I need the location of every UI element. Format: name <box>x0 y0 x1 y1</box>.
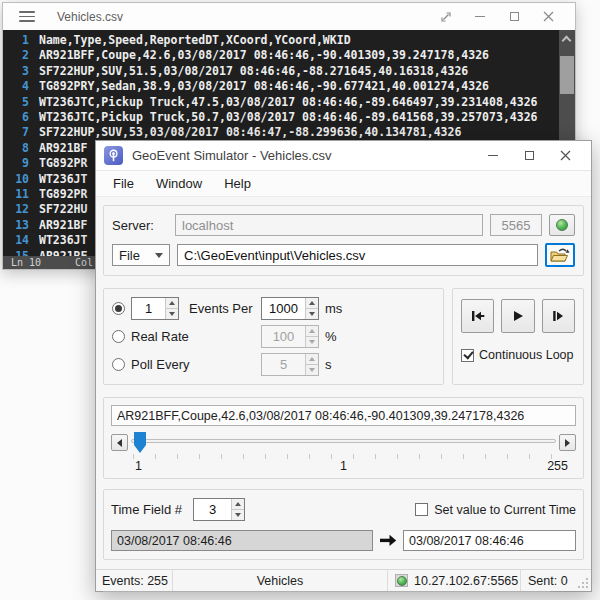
expand-icon[interactable] <box>429 3 463 30</box>
slider-right-button[interactable] <box>559 434 576 451</box>
step-down-icon[interactable] <box>166 309 178 319</box>
play-icon <box>510 308 526 324</box>
event-slider[interactable] <box>131 432 556 453</box>
browse-file-button[interactable] <box>545 243 575 267</box>
minimize-button[interactable] <box>475 141 511 171</box>
menubar: File Window Help <box>96 171 591 197</box>
step-up-icon[interactable] <box>232 499 244 510</box>
current-event-field[interactable] <box>111 405 576 426</box>
editor-line: 3SF722HUP,SUV,51.5,03/08/2017 08:46:46,-… <box>3 64 559 79</box>
event-count-input[interactable] <box>132 298 165 319</box>
arrow-right-icon <box>565 439 570 447</box>
chevron-down-icon <box>155 253 163 258</box>
set-current-time-label: Set value to Current Time <box>434 503 576 517</box>
minimize-button[interactable] <box>463 3 497 30</box>
menu-help[interactable]: Help <box>213 172 262 195</box>
playback-group: Continuous Loop <box>452 288 584 385</box>
skip-start-icon <box>470 308 486 324</box>
interval-unit-label: ms <box>325 301 342 316</box>
server-group: Server: File <box>103 205 584 276</box>
close-button[interactable] <box>547 141 583 171</box>
connection-led <box>395 574 408 587</box>
interval-input[interactable] <box>262 298 305 319</box>
editor-line: 6WT236JTC,Pickup Truck,50.7,03/08/2017 0… <box>3 110 559 125</box>
slider-end-label: 255 <box>547 459 568 473</box>
time-field-input[interactable] <box>194 499 231 520</box>
slider-thumb[interactable] <box>134 432 146 453</box>
step-forward-button[interactable] <box>542 299 575 333</box>
editor-line: 7SF722HUP,SUV,53,03/08/2017 08:46:47,-88… <box>3 125 559 140</box>
events-per-label: Events Per <box>189 301 261 316</box>
menu-file[interactable]: File <box>102 172 145 195</box>
target-time-field[interactable] <box>403 530 576 551</box>
open-folder-icon <box>550 247 570 263</box>
rate-group: Events Per ms Real Rate % <box>103 288 444 385</box>
geoevent-app-icon <box>104 146 123 165</box>
poll-stepper <box>261 353 319 376</box>
real-rate-radio[interactable] <box>112 330 125 343</box>
slider-left-button[interactable] <box>111 434 128 451</box>
real-rate-label: Real Rate <box>131 329 261 344</box>
simulator-statusbar: Events: 255 Vehicles 10.27.102.67:5565 S… <box>96 569 591 591</box>
endpoint-address: 10.27.102.67:5565 <box>414 574 518 588</box>
close-button[interactable] <box>531 3 565 30</box>
step-up-icon[interactable] <box>166 298 178 309</box>
source-type-value: File <box>119 248 140 263</box>
set-current-time-checkbox[interactable] <box>415 503 428 516</box>
line-indicator: Ln 10 <box>11 256 41 269</box>
real-rate-unit-label: % <box>325 329 337 344</box>
real-rate-stepper <box>261 325 319 348</box>
editor-titlebar: Vehicles.csv <box>3 3 575 30</box>
editor-line: 2AR921BFF,Coupe,42.6,03/08/2017 08:46:46… <box>3 48 559 63</box>
simulator-window: GeoEvent Simulator - Vehicles.csv File W… <box>95 140 592 592</box>
feed-name: Vehicles <box>173 574 387 588</box>
maximize-button[interactable] <box>511 141 547 171</box>
green-status-icon <box>397 576 407 586</box>
event-count-stepper[interactable] <box>131 297 179 320</box>
fixed-rate-radio[interactable] <box>112 302 125 315</box>
maximize-button[interactable] <box>497 3 531 30</box>
column-indicator: Col <box>75 256 93 269</box>
poll-every-label: Poll Every <box>131 357 261 372</box>
editor-line: 4TG892PRY,Sedan,38.9,03/08/2017 08:46:46… <box>3 79 559 94</box>
step-up-icon[interactable] <box>306 298 318 309</box>
resize-grip[interactable] <box>577 570 591 591</box>
step-down-icon[interactable] <box>306 309 318 319</box>
source-type-dropdown[interactable]: File <box>112 244 170 266</box>
editor-window-title: Vehicles.csv <box>57 10 429 24</box>
poll-every-radio[interactable] <box>112 358 125 371</box>
play-button[interactable] <box>501 299 534 333</box>
scrollbar-thumb[interactable] <box>560 56 574 94</box>
server-port-input[interactable] <box>490 214 542 236</box>
events-count: Events: 255 <box>96 574 172 588</box>
window-title: GeoEvent Simulator - Vehicles.csv <box>132 148 475 163</box>
file-path-input[interactable] <box>177 244 538 266</box>
editor-line: 1Name,Type,Speed,ReportedDT,XCoord,YCoor… <box>3 33 559 48</box>
continuous-loop-checkbox[interactable] <box>461 349 474 362</box>
poll-input <box>262 354 305 375</box>
connection-status-icon <box>556 219 568 231</box>
arrow-right-icon <box>379 534 397 547</box>
poll-unit-label: s <box>325 357 332 372</box>
time-field-stepper[interactable] <box>193 498 245 521</box>
menu-icon[interactable] <box>19 11 35 22</box>
slider-start-label: 1 <box>135 459 142 473</box>
editor-line: 5WT236JTC,Pickup Truck,47.5,03/08/2017 0… <box>3 95 559 110</box>
continuous-loop-label: Continuous Loop <box>479 348 574 362</box>
menu-window[interactable]: Window <box>145 172 213 195</box>
real-rate-input <box>262 326 305 347</box>
arrow-left-icon <box>117 439 122 447</box>
time-field-label: Time Field # <box>111 502 193 517</box>
simulator-titlebar: GeoEvent Simulator - Vehicles.csv <box>96 141 591 171</box>
scroll-up-icon[interactable] <box>562 36 572 46</box>
event-group: 1 1 255 <box>103 397 584 479</box>
skip-to-start-button[interactable] <box>461 299 494 333</box>
server-host-input[interactable] <box>175 214 483 236</box>
slider-mid-label: 1 <box>340 459 347 473</box>
step-down-icon[interactable] <box>232 510 244 520</box>
slider-track[interactable] <box>131 439 556 443</box>
server-label: Server: <box>112 218 168 233</box>
interval-stepper[interactable] <box>261 297 319 320</box>
connect-button[interactable] <box>549 214 575 236</box>
source-time-field[interactable] <box>111 530 373 551</box>
